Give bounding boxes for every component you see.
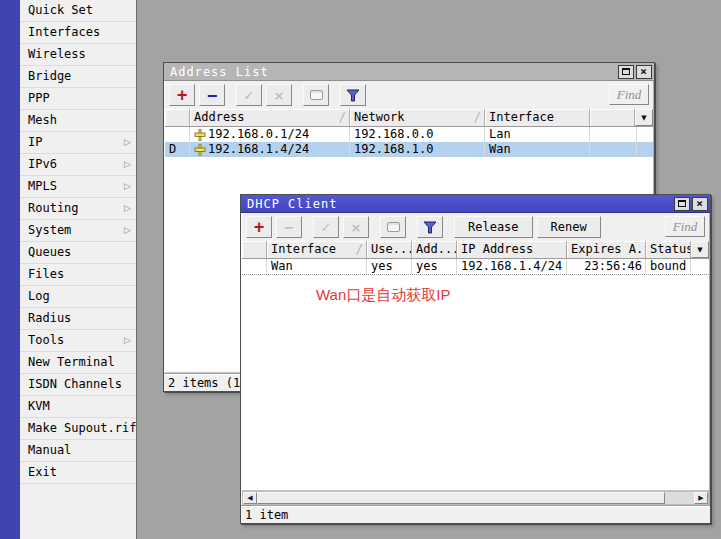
add-button[interactable]: + xyxy=(246,216,272,238)
scroll-left-button[interactable]: ◀ xyxy=(243,492,257,504)
sidebar-item-make-supout-rif[interactable]: Make Supout.rif xyxy=(20,418,136,440)
arrow-right-icon: ▶ xyxy=(698,494,703,502)
remove-button[interactable]: − xyxy=(276,216,302,238)
release-button[interactable]: Release xyxy=(454,216,533,238)
maximize-icon xyxy=(622,68,630,75)
annotation-text: Wan口是自动获取IP xyxy=(316,286,450,305)
scroll-right-button[interactable]: ▶ xyxy=(694,492,708,504)
column-dropdown-button[interactable]: ▼ xyxy=(691,241,709,258)
sidebar-item-interfaces[interactable]: Interfaces xyxy=(20,22,136,44)
column-ip-address[interactable]: IP Address xyxy=(457,241,567,258)
column-interface[interactable]: Interface xyxy=(485,109,590,126)
column-use[interactable]: Use... xyxy=(367,241,412,258)
sidebar-item-mpls[interactable]: MPLS▷ xyxy=(20,176,136,198)
close-button[interactable]: × xyxy=(692,197,708,211)
sidebar-item-label: IP xyxy=(28,132,124,153)
address-list-toolbar: + − ✓ × Find xyxy=(164,81,654,109)
submenu-arrow-icon: ▷ xyxy=(124,198,136,219)
chevron-down-icon: ▼ xyxy=(641,114,646,122)
sidebar-item-ip[interactable]: IP▷ xyxy=(20,132,136,154)
sidebar-item-label: System xyxy=(28,220,124,241)
find-button[interactable]: Find xyxy=(609,84,649,105)
funnel-icon xyxy=(346,89,360,102)
status-text: 1 item xyxy=(245,508,288,522)
sort-icon: / xyxy=(356,242,363,257)
disable-button[interactable]: × xyxy=(343,216,369,238)
close-button[interactable]: × xyxy=(636,65,652,79)
row-use: yes xyxy=(367,259,412,274)
remove-button[interactable]: − xyxy=(199,84,225,106)
renew-button[interactable]: Renew xyxy=(537,216,601,238)
dhcp-client-titlebar[interactable]: DHCP Client × xyxy=(241,195,710,213)
column-interface[interactable]: Interface/ xyxy=(267,241,367,258)
column-address[interactable]: Address/ xyxy=(190,109,350,126)
row-status: bound xyxy=(646,259,691,274)
row-flags xyxy=(165,127,190,142)
sidebar-item-label: Queues xyxy=(28,242,136,263)
sidebar-item-system[interactable]: System▷ xyxy=(20,220,136,242)
table-row[interactable]: Wan yes yes 192.168.1.4/24 23:56:46 boun… xyxy=(242,259,709,274)
add-icon: + xyxy=(177,87,187,104)
sidebar-item-ipv6[interactable]: IPv6▷ xyxy=(20,154,136,176)
maximize-button[interactable] xyxy=(618,65,634,79)
column-network[interactable]: Network/ xyxy=(350,109,485,126)
sidebar-item-radius[interactable]: Radius xyxy=(20,308,136,330)
comment-button[interactable] xyxy=(303,84,329,106)
scrollbar-thumb[interactable] xyxy=(257,492,665,504)
column-flags[interactable] xyxy=(242,241,267,258)
sidebar-item-label: Log xyxy=(28,286,136,307)
find-button[interactable]: Find xyxy=(665,216,705,237)
column-expires-after[interactable]: Expires A... xyxy=(567,241,646,258)
address-list-titlebar[interactable]: Address List × xyxy=(164,63,654,81)
table-row-selected[interactable]: D 192.168.1.4/24 192.168.1.0 Wan xyxy=(165,142,653,157)
sidebar-item-log[interactable]: Log xyxy=(20,286,136,308)
column-label: Interface xyxy=(271,242,336,256)
sidebar-item-files[interactable]: Files xyxy=(20,264,136,286)
sidebar-item-quick-set[interactable]: Quick Set xyxy=(20,0,136,22)
row-flags: D xyxy=(165,142,190,157)
sidebar-item-label: MPLS xyxy=(28,176,124,197)
add-button[interactable]: + xyxy=(169,84,195,106)
row-network: 192.168.0.0 xyxy=(350,127,485,142)
sidebar-item-manual[interactable]: Manual xyxy=(20,440,136,462)
maximize-button[interactable] xyxy=(674,197,690,211)
sidebar-item-ppp[interactable]: PPP xyxy=(20,88,136,110)
disable-button[interactable]: × xyxy=(266,84,292,106)
sidebar-menu: Quick SetInterfacesWirelessBridgePPPMesh… xyxy=(20,0,137,539)
sidebar-item-label: IPv6 xyxy=(28,154,124,175)
sidebar-item-mesh[interactable]: Mesh xyxy=(20,110,136,132)
filter-button[interactable] xyxy=(340,84,366,106)
enable-button[interactable]: ✓ xyxy=(313,216,339,238)
row-interface: Lan xyxy=(485,127,590,142)
sidebar-item-exit[interactable]: Exit xyxy=(20,462,136,484)
sidebar-item-routing[interactable]: Routing▷ xyxy=(20,198,136,220)
column-flags[interactable] xyxy=(165,109,190,126)
sidebar-item-wireless[interactable]: Wireless xyxy=(20,44,136,66)
comment-button[interactable] xyxy=(380,216,406,238)
sidebar-item-label: Files xyxy=(28,264,136,285)
sidebar-item-kvm[interactable]: KVM xyxy=(20,396,136,418)
cross-icon: × xyxy=(351,221,362,234)
row-interface: Wan xyxy=(267,259,367,274)
sidebar-item-queues[interactable]: Queues xyxy=(20,242,136,264)
sidebar-item-label: Radius xyxy=(28,308,136,329)
column-label: Status xyxy=(650,242,691,256)
sidebar-item-label: Exit xyxy=(28,462,136,483)
dhcp-client-statusbar: 1 item xyxy=(241,505,710,523)
sidebar-item-tools[interactable]: Tools▷ xyxy=(20,330,136,352)
column-add[interactable]: Add... xyxy=(412,241,457,258)
sidebar-item-new-terminal[interactable]: New Terminal xyxy=(20,352,136,374)
submenu-arrow-icon: ▷ xyxy=(124,176,136,197)
check-icon: ✓ xyxy=(244,89,255,102)
column-status[interactable]: Status xyxy=(646,241,691,258)
table-row[interactable]: 192.168.0.1/24 192.168.0.0 Lan xyxy=(165,127,653,142)
enable-button[interactable]: ✓ xyxy=(236,84,262,106)
column-label: Use... xyxy=(371,242,412,256)
funnel-icon xyxy=(423,221,437,234)
sidebar-item-isdn-channels[interactable]: ISDN Channels xyxy=(20,374,136,396)
column-dropdown-button[interactable]: ▼ xyxy=(635,109,653,126)
comment-icon xyxy=(310,90,323,100)
sidebar-item-bridge[interactable]: Bridge xyxy=(20,66,136,88)
filter-button[interactable] xyxy=(417,216,443,238)
horizontal-scrollbar[interactable]: ◀ ▶ xyxy=(242,491,709,505)
